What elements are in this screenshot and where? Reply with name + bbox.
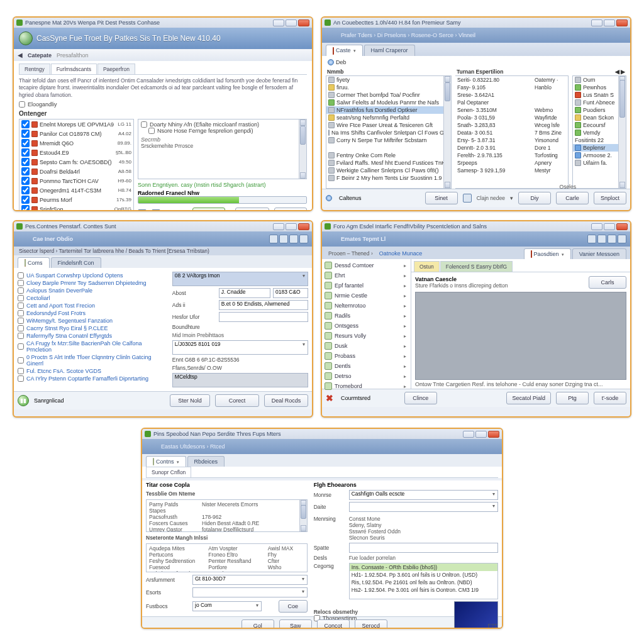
- tool-icon[interactable]: [279, 235, 288, 243]
- opt-line2[interactable]: Nsore Hose Fernge fesprelion genpdi): [148, 128, 304, 134]
- cancel-button[interactable]: Concot: [317, 619, 350, 629]
- sps-input[interactable]: [349, 543, 498, 553]
- name-item[interactable]: firuu.: [326, 84, 451, 91]
- name-item[interactable]: F Beinr 2 Mry hem Tents Lisr Suostinn 1.…: [326, 174, 451, 182]
- heater-input[interactable]: [219, 312, 308, 322]
- category-item[interactable]: Doafrsi Belda4rlA8-58: [19, 167, 133, 176]
- close-button[interactable]: [616, 19, 628, 26]
- tab-find[interactable]: Findelsnft Con: [51, 257, 101, 268]
- option-item[interactable]: CA IYlry Pstenn Coptartfe Famafferli Dip…: [18, 375, 167, 382]
- subtab-furlms[interactable]: Furlmsdscants: [51, 64, 97, 74]
- opt-line1[interactable]: Doarty Nhiny Afn (Efialte miccloanf rras…: [141, 121, 304, 128]
- name-item[interactable]: Cormer Thet bomfpd Toa/ Pocfinr: [326, 91, 451, 99]
- mc-field[interactable]: MCeldtsp: [172, 373, 308, 387]
- name-item[interactable]: seatn/sng Nefsrnnfig Perfaltd: [326, 114, 451, 121]
- close-button[interactable]: [488, 431, 499, 438]
- name-item[interactable]: Wire Ftce Paser Ureat & Tesiceren Gft: [326, 121, 451, 129]
- tool-icon[interactable]: [587, 235, 596, 243]
- category-item[interactable]: Mremidt Q6O89.89.: [19, 138, 133, 148]
- back-icon[interactable]: ◀: [18, 52, 23, 58]
- ok-button[interactable]: Gol: [242, 619, 274, 629]
- plg-button[interactable]: Ptg: [556, 392, 589, 404]
- checkbox-eloogandliy[interactable]: Eloogandliy: [19, 101, 307, 108]
- close-button[interactable]: [298, 19, 309, 26]
- option-item[interactable]: Cett and Aport Tost Frecion: [18, 302, 167, 309]
- tool-icon[interactable]: [608, 235, 616, 243]
- minimize-button[interactable]: [591, 19, 602, 26]
- blockA-list[interactable]: Parny PatdsNister Mecerets EmorrsStapesP…: [146, 499, 308, 532]
- tool-icon[interactable]: [289, 235, 298, 243]
- about-input[interactable]: J. Cnadde: [219, 288, 270, 298]
- category-item[interactable]: Enelnt Moreps UE OPVM1A9LG 11: [19, 119, 133, 129]
- eso-combo[interactable]: [192, 587, 308, 597]
- link-encryption[interactable]: Sonn Engntiyen. casy (Instin rtisd Shgar…: [138, 182, 307, 188]
- titlebar[interactable]: Panespne Mat 20Vs Wenpa Pit Dest Pessts …: [14, 18, 312, 28]
- sidebar-item[interactable]: Dessd Comtoer▸: [322, 260, 411, 270]
- load-button[interactable]: f1 Lanll: [192, 208, 225, 211]
- tab-vanier[interactable]: Vanier Messoen: [572, 248, 626, 259]
- name-item[interactable]: [326, 144, 451, 152]
- option-item[interactable]: Rafermy/fy Stna Conatnl Effyrgtds: [18, 332, 167, 340]
- sidebar-item[interactable]: Nrmie Cestle▸: [322, 291, 411, 301]
- send-button[interactable]: Serocd: [355, 619, 387, 629]
- sec-button[interactable]: Snploct: [594, 192, 626, 204]
- prev-page-icon[interactable]: [138, 209, 147, 211]
- titlebar[interactable]: Pins Speobod Nan Pepo Serdite Thres Fups…: [142, 429, 502, 439]
- scrollbar[interactable]: [443, 76, 451, 188]
- category-list[interactable]: Enelnt Moreps UE OPVM1A9LG 11Panilor Cot…: [19, 119, 134, 211]
- footer-cat[interactable]: Caltenus: [339, 195, 362, 201]
- maximize-button[interactable]: [604, 19, 615, 26]
- cards-button[interactable]: Carls: [589, 276, 626, 289]
- minimize-button[interactable]: [273, 19, 284, 26]
- option-item[interactable]: Ful. Etcnc FsA. Scotce VGDS: [18, 367, 167, 375]
- ceg-list[interactable]: Ins. Consaste - ORth Esbilio (bho5)) Hd1…: [349, 563, 498, 599]
- arsh-combo[interactable]: Gt 810-30D7: [192, 575, 308, 585]
- type-list[interactable]: OumPewnhosLus Snatn SFunt AbnecePuodiers…: [572, 75, 626, 189]
- category-item[interactable]: Panilor Cot O18978 CM)A4.02: [19, 129, 133, 138]
- maximize-button[interactable]: [286, 19, 297, 26]
- option-item[interactable]: Aolopus Snatin DeverPale: [18, 287, 167, 294]
- cancel-button[interactable]: Corect: [215, 394, 259, 407]
- sidebar-item[interactable]: Dentls▸: [322, 361, 411, 371]
- subtab-ostun[interactable]: Ostun: [414, 261, 440, 272]
- option-item[interactable]: Cacrry Stnst Ryo Eiral § P.CLEE: [18, 325, 167, 332]
- code-combo[interactable]: L/J03025 8101 019: [172, 340, 308, 355]
- name-item[interactable]: Fentny Onke Com Rele: [326, 152, 451, 159]
- tab-haml[interactable]: Haml Craperor: [364, 45, 415, 56]
- design-button[interactable]: Dergns: [274, 208, 307, 211]
- breadcrumb[interactable]: Prafer Tders › Di Prselons › Rosene-O Se…: [341, 32, 475, 38]
- date-combo[interactable]: [349, 502, 498, 512]
- copy-icon[interactable]: [463, 194, 472, 203]
- minimize-button[interactable]: [463, 431, 474, 438]
- tab-contns[interactable]: Contns▾: [146, 456, 186, 467]
- close-button[interactable]: [616, 223, 628, 230]
- titlebar[interactable]: An Couebecttes 1.0h/440 H.84 fon Premieu…: [322, 18, 630, 28]
- name-item[interactable]: fiyety: [326, 76, 451, 84]
- sidebar-item[interactable]: Dusk▸: [322, 341, 411, 351]
- ads-input[interactable]: B.et 0 50 Endists, Alwrnened: [219, 300, 308, 310]
- name-combo[interactable]: Cashfigtn Oalls ecscte: [349, 490, 498, 500]
- day-button[interactable]: Diy: [518, 192, 551, 204]
- titlebar[interactable]: Pes.Contnes Penstarf. Conttes Sunt: [14, 221, 312, 231]
- sidebar-item[interactable]: Tromebord▸: [322, 381, 411, 391]
- tab-paos[interactable]: Paosdtien▾: [524, 248, 571, 259]
- minimize-button[interactable]: [273, 223, 284, 230]
- breadcrumb[interactable]: Sisector lsperd › Tarternitel Tor latbre…: [14, 247, 312, 255]
- option-item[interactable]: Eedorsndyd Fost Frotrs: [18, 309, 167, 317]
- subtab-rentngy[interactable]: Rentngy: [19, 64, 50, 74]
- sidebar-item[interactable]: Nelternrotoo▸: [322, 301, 411, 311]
- preset-combo[interactable]: 08 2 VAltorgs Imon: [172, 272, 308, 286]
- tab-rbde[interactable]: Rbdeices: [187, 456, 225, 467]
- category-item[interactable]: Estoud4.E9§5L.B0: [19, 148, 133, 157]
- tool-icon[interactable]: [299, 235, 308, 243]
- scrollbar[interactable]: [618, 76, 626, 188]
- sidebar-item[interactable]: Detrso▸: [322, 371, 411, 381]
- maximize-button[interactable]: [286, 223, 297, 230]
- cond-button[interactable]: Carle: [556, 192, 589, 204]
- exp-list[interactable]: Seriti- 0.83221.80Oatemry ·Fasy- 9.105Ha…: [455, 75, 569, 189]
- subtab-paeper[interactable]: Paeperfron: [97, 64, 135, 74]
- save-button[interactable]: Ster Nold: [170, 394, 210, 407]
- sidebar-item[interactable]: Epf farantel▸: [322, 280, 411, 291]
- scrollbar[interactable]: [299, 119, 306, 179]
- con-button[interactable]: Coe: [279, 600, 308, 613]
